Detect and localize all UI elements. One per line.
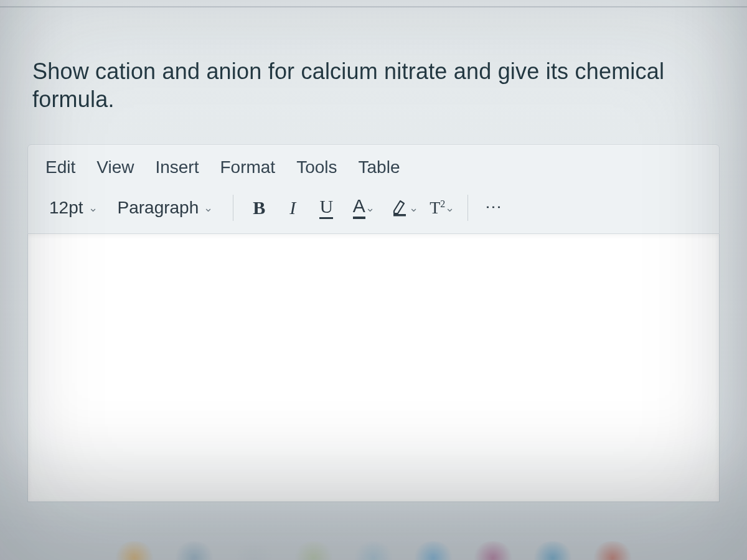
menu-table[interactable]: Table xyxy=(359,157,400,177)
page-root: Show cation and anion for calcium nitrat… xyxy=(0,0,747,560)
font-size-label: 12pt xyxy=(49,198,83,218)
chevron-down-icon: ⌄ xyxy=(445,201,454,215)
editor-menubar: Edit View Insert Format Tools Table xyxy=(28,145,719,189)
menu-format[interactable]: Format xyxy=(220,157,275,177)
taskbar-app-icon[interactable] xyxy=(353,541,394,560)
rich-text-editor: Edit View Insert Format Tools Table 12pt… xyxy=(27,144,720,234)
highlight-icon xyxy=(392,198,409,217)
chevron-down-icon: ⌄ xyxy=(204,201,213,215)
toolbar-separator xyxy=(467,195,468,221)
text-color-icon: A xyxy=(353,197,365,219)
chevron-down-icon: ⌄ xyxy=(409,201,418,215)
font-size-dropdown[interactable]: 12pt ⌄ xyxy=(43,195,106,220)
taskbar-app-icon[interactable] xyxy=(592,541,633,560)
menu-edit[interactable]: Edit xyxy=(45,157,75,177)
editor-content[interactable] xyxy=(28,234,719,502)
question-prompt-area: Show cation and anion for calcium nitrat… xyxy=(0,11,747,138)
menu-insert[interactable]: Insert xyxy=(155,157,199,177)
os-taskbar xyxy=(0,538,747,560)
block-format-label: Paragraph xyxy=(118,198,199,218)
underline-icon: U xyxy=(319,197,333,219)
superscript-button[interactable]: T2 ⌄ xyxy=(428,194,456,222)
divider xyxy=(0,6,747,7)
text-color-button[interactable]: A ⌄ xyxy=(345,194,382,222)
editor-toolbar: 12pt ⌄ Paragraph ⌄ B I U A ⌄ xyxy=(28,189,719,233)
block-format-dropdown[interactable]: Paragraph ⌄ xyxy=(111,195,222,220)
chevron-down-icon: ⌄ xyxy=(365,201,375,215)
taskbar-app-icon[interactable] xyxy=(413,541,454,560)
svg-rect-0 xyxy=(393,214,406,217)
menu-tools[interactable]: Tools xyxy=(296,157,337,177)
menu-view[interactable]: View xyxy=(96,157,134,177)
underline-button[interactable]: U xyxy=(312,194,341,222)
toolbar-separator xyxy=(233,195,233,221)
question-prompt: Show cation and anion for calcium nitrat… xyxy=(32,57,715,113)
highlight-color-button[interactable]: ⌄ xyxy=(387,194,423,222)
taskbar-app-icon[interactable] xyxy=(532,541,573,560)
superscript-icon: T2 xyxy=(430,198,445,218)
bold-icon: B xyxy=(253,197,265,218)
taskbar-app-icon[interactable] xyxy=(114,541,155,560)
taskbar-app-icon[interactable] xyxy=(472,541,514,560)
italic-button[interactable]: I xyxy=(278,194,307,222)
italic-icon: I xyxy=(289,197,296,218)
taskbar-app-icon[interactable] xyxy=(293,541,334,560)
editor-content-frame xyxy=(27,234,720,502)
more-icon: ⋮ xyxy=(486,199,502,217)
taskbar-app-icon[interactable] xyxy=(174,541,215,560)
chevron-down-icon: ⌄ xyxy=(88,201,98,215)
taskbar-app-icon[interactable] xyxy=(233,541,275,560)
more-options-button[interactable]: ⋮ xyxy=(479,194,508,222)
bold-button[interactable]: B xyxy=(245,194,273,222)
